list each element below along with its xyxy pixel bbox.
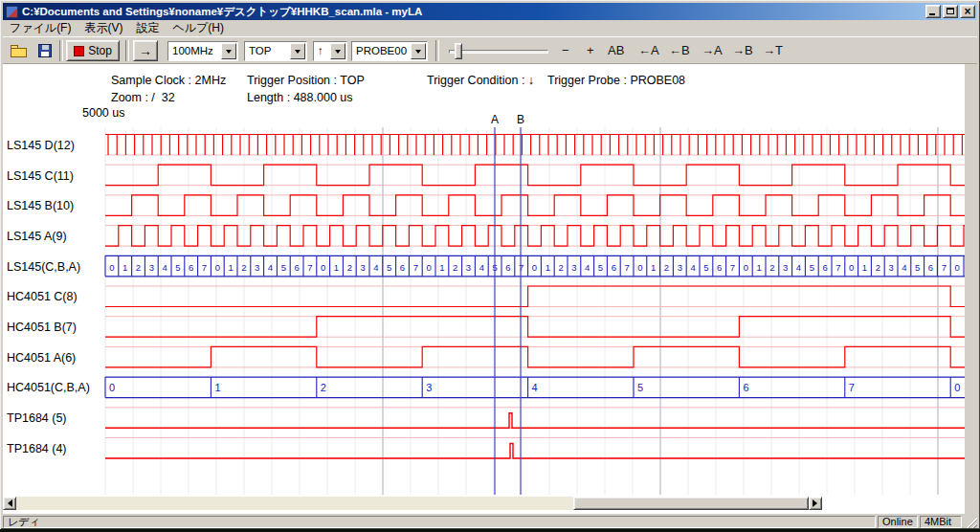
svg-text:3: 3 xyxy=(888,262,893,273)
svg-text:4: 4 xyxy=(796,262,801,273)
svg-text:0: 0 xyxy=(744,262,748,273)
svg-text:7: 7 xyxy=(835,262,840,273)
svg-text:6: 6 xyxy=(612,262,616,273)
svg-text:4: 4 xyxy=(373,262,378,273)
svg-text:5: 5 xyxy=(387,262,391,273)
svg-text:2: 2 xyxy=(664,262,669,273)
svg-text:2: 2 xyxy=(321,382,326,393)
svg-text:5: 5 xyxy=(175,262,180,273)
svg-text:4: 4 xyxy=(268,262,273,273)
svg-text:1: 1 xyxy=(546,262,550,273)
resize-grip[interactable] xyxy=(964,516,977,528)
svg-text:B: B xyxy=(517,113,524,126)
svg-text:4: 4 xyxy=(479,262,484,273)
scroll-left-button[interactable] xyxy=(3,497,16,510)
svg-text:6: 6 xyxy=(928,262,933,273)
svg-text:6: 6 xyxy=(189,262,193,273)
svg-text:1: 1 xyxy=(214,382,220,393)
svg-text:6: 6 xyxy=(717,262,722,273)
svg-text:1: 1 xyxy=(756,262,761,273)
svg-text:0: 0 xyxy=(637,262,642,273)
svg-text:7: 7 xyxy=(202,262,207,273)
svg-text:7: 7 xyxy=(730,262,735,273)
svg-text:7: 7 xyxy=(307,262,312,273)
svg-text:1: 1 xyxy=(862,262,867,273)
scroll-right-button[interactable] xyxy=(809,497,822,510)
svg-text:2: 2 xyxy=(241,262,246,273)
svg-text:0: 0 xyxy=(954,382,960,393)
svg-text:5: 5 xyxy=(810,262,814,273)
svg-text:0: 0 xyxy=(109,382,115,393)
svg-text:3: 3 xyxy=(255,262,259,273)
app-window: C:¥Documents and Settings¥noname¥デスクトップ¥… xyxy=(0,0,980,529)
svg-text:7: 7 xyxy=(624,262,629,273)
svg-text:3: 3 xyxy=(571,262,576,273)
svg-text:0: 0 xyxy=(954,262,959,273)
svg-text:3: 3 xyxy=(466,262,471,273)
svg-text:6: 6 xyxy=(294,262,299,273)
scroll-right-icon xyxy=(813,499,821,507)
scrollbar-thumb[interactable] xyxy=(573,497,809,510)
svg-text:1: 1 xyxy=(439,262,444,273)
svg-text:1: 1 xyxy=(228,262,233,273)
svg-text:0: 0 xyxy=(109,262,114,273)
svg-text:1: 1 xyxy=(122,262,127,273)
svg-text:6: 6 xyxy=(822,262,827,273)
svg-text:1: 1 xyxy=(651,262,656,273)
svg-text:A: A xyxy=(491,113,499,126)
svg-text:5: 5 xyxy=(637,382,643,393)
svg-text:2: 2 xyxy=(347,262,352,273)
svg-text:2: 2 xyxy=(558,262,563,273)
svg-text:2: 2 xyxy=(876,262,880,273)
svg-text:0: 0 xyxy=(532,262,537,273)
svg-text:5: 5 xyxy=(915,262,920,273)
svg-text:7: 7 xyxy=(942,262,947,273)
svg-text:0: 0 xyxy=(426,262,431,273)
svg-text:3: 3 xyxy=(678,262,682,273)
horizontal-scrollbar[interactable] xyxy=(3,497,822,510)
svg-text:0: 0 xyxy=(321,262,325,273)
svg-text:3: 3 xyxy=(360,262,365,273)
svg-text:5: 5 xyxy=(703,262,708,273)
svg-text:3: 3 xyxy=(783,262,788,273)
waveform-plot[interactable]: 0123456701234567012345670123456701234567… xyxy=(0,0,980,532)
svg-text:4: 4 xyxy=(902,262,906,273)
svg-text:0: 0 xyxy=(215,262,220,273)
svg-text:4: 4 xyxy=(162,262,167,273)
svg-text:5: 5 xyxy=(598,262,603,273)
svg-text:7: 7 xyxy=(849,382,855,393)
svg-text:1: 1 xyxy=(334,262,339,273)
svg-text:4: 4 xyxy=(690,262,695,273)
svg-text:2: 2 xyxy=(136,262,141,273)
svg-text:3: 3 xyxy=(149,262,154,273)
svg-text:6: 6 xyxy=(505,262,510,273)
status-ready: レディ xyxy=(3,516,876,528)
svg-text:7: 7 xyxy=(413,262,418,273)
scroll-left-icon xyxy=(4,499,12,507)
status-online: Online xyxy=(878,516,918,528)
svg-text:7: 7 xyxy=(519,262,523,273)
svg-text:4: 4 xyxy=(585,262,590,273)
svg-text:5: 5 xyxy=(281,262,286,273)
svg-text:6: 6 xyxy=(400,262,405,273)
svg-text:0: 0 xyxy=(849,262,854,273)
status-memory: 4MBit xyxy=(920,516,962,528)
svg-text:2: 2 xyxy=(453,262,457,273)
svg-text:4: 4 xyxy=(532,382,538,393)
svg-text:2: 2 xyxy=(769,262,774,273)
svg-text:6: 6 xyxy=(743,382,748,393)
svg-text:3: 3 xyxy=(426,382,432,393)
status-bar: レディ Online 4MBit xyxy=(3,514,977,528)
